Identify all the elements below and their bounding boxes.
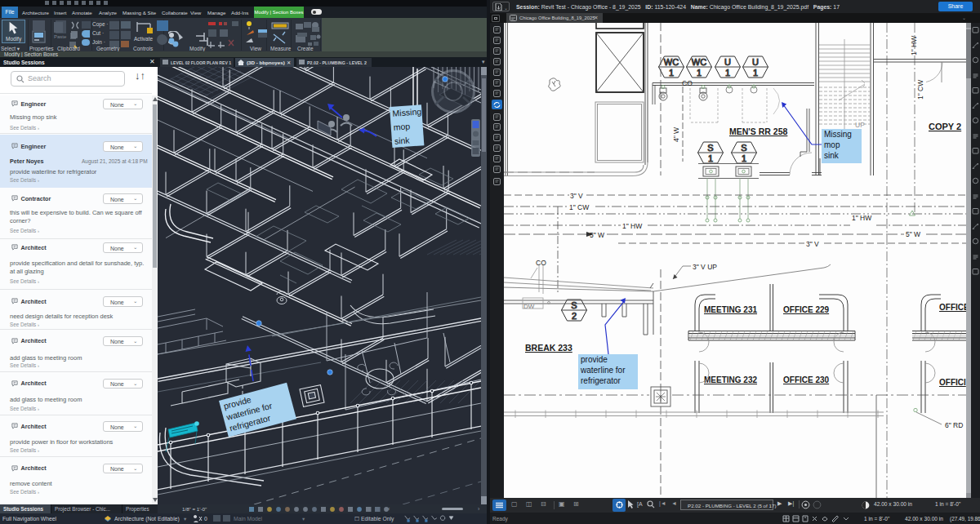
svg-text:U: U bbox=[752, 57, 759, 67]
svg-text:5" W: 5" W bbox=[906, 230, 920, 238]
svg-text:waterline for: waterline for bbox=[580, 366, 626, 375]
svg-text:1: 1 bbox=[725, 68, 730, 78]
svg-text:CO: CO bbox=[536, 259, 546, 267]
svg-text:1" CW: 1" CW bbox=[916, 80, 924, 100]
svg-text:S: S bbox=[571, 300, 577, 310]
svg-text:provide: provide bbox=[581, 355, 608, 364]
svg-text:mop: mop bbox=[393, 121, 410, 131]
svg-text:1" CW: 1" CW bbox=[569, 203, 589, 211]
svg-text:COPY 2: COPY 2 bbox=[929, 122, 961, 131]
svg-text:1: 1 bbox=[669, 68, 674, 78]
svg-text:WC: WC bbox=[692, 57, 706, 67]
svg-text:CO: CO bbox=[682, 79, 693, 87]
svg-text:1: 1 bbox=[708, 153, 713, 163]
svg-text:WC: WC bbox=[664, 57, 679, 67]
svg-text:1: 1 bbox=[753, 68, 758, 78]
svg-text:UP: UP bbox=[855, 121, 865, 129]
svg-text:Missing: Missing bbox=[392, 106, 422, 118]
svg-text:1" HW: 1" HW bbox=[910, 36, 918, 56]
svg-text:Missing: Missing bbox=[824, 130, 852, 139]
svg-text:OFFICE 230: OFFICE 230 bbox=[783, 375, 830, 384]
svg-text:3" V: 3" V bbox=[806, 240, 819, 248]
svg-text:MEETING 232: MEETING 232 bbox=[704, 375, 757, 384]
svg-text:BREAK 233: BREAK 233 bbox=[525, 343, 572, 353]
svg-text:OFFICI: OFFICI bbox=[939, 378, 966, 387]
svg-text:3" V: 3" V bbox=[570, 192, 583, 200]
svg-text:6" RD: 6" RD bbox=[945, 421, 963, 429]
svg-text:3" V UP: 3" V UP bbox=[693, 263, 717, 271]
svg-text:1: 1 bbox=[742, 153, 746, 163]
svg-text:sink: sink bbox=[394, 135, 411, 145]
svg-text:1" HW: 1" HW bbox=[852, 214, 871, 222]
svg-text:5" W: 5" W bbox=[590, 231, 604, 239]
svg-text:1: 1 bbox=[697, 68, 702, 78]
svg-text:sink: sink bbox=[824, 151, 840, 160]
svg-text:4" W: 4" W bbox=[672, 127, 680, 142]
svg-text:OFFICE: OFFICE bbox=[939, 303, 966, 312]
svg-text:mop: mop bbox=[824, 140, 840, 149]
svg-text:refrigerator: refrigerator bbox=[581, 376, 621, 385]
svg-text:OFFICE 229: OFFICE 229 bbox=[783, 305, 830, 314]
svg-text:MEN'S RR 258: MEN'S RR 258 bbox=[729, 127, 788, 136]
svg-text:S: S bbox=[707, 143, 713, 153]
svg-text:2: 2 bbox=[572, 311, 577, 321]
svg-text:S: S bbox=[741, 143, 746, 153]
svg-text:U: U bbox=[724, 57, 731, 67]
svg-text:1" HW: 1" HW bbox=[622, 222, 642, 230]
svg-text:MEETING 231: MEETING 231 bbox=[704, 305, 757, 314]
